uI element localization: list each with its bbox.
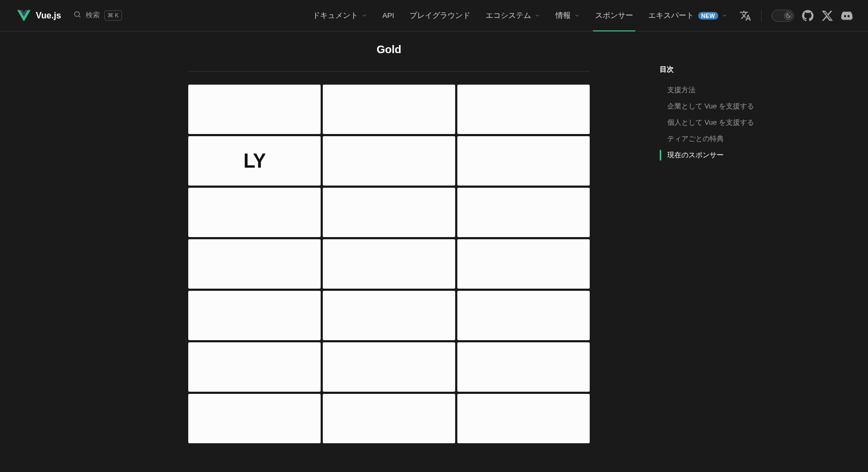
brand-link[interactable]: Vue.js bbox=[17, 9, 61, 22]
nav-item-label: プレイグラウンド bbox=[410, 11, 470, 21]
nav-item-4[interactable]: 情報 bbox=[549, 0, 586, 31]
badge-new: NEW bbox=[698, 12, 718, 20]
sponsor-card[interactable] bbox=[323, 188, 455, 237]
sponsor-card[interactable] bbox=[188, 85, 321, 134]
chevron-down-icon bbox=[722, 12, 727, 18]
nav-item-1[interactable]: API bbox=[376, 0, 401, 31]
outline-item[interactable]: ティアごとの特典 bbox=[660, 131, 828, 147]
outline-list: 支援方法企業として Vue を支援する個人として Vue を支援するティアごとの… bbox=[660, 82, 828, 163]
sponsor-card[interactable] bbox=[457, 394, 590, 443]
sponsor-card[interactable] bbox=[323, 291, 455, 340]
nav-item-label: 情報 bbox=[556, 11, 571, 21]
nav-item-5[interactable]: スポンサー bbox=[589, 0, 640, 31]
search-trigger[interactable]: 検索 ⌘ K bbox=[73, 10, 122, 20]
translate-icon[interactable] bbox=[739, 10, 751, 22]
outline-item[interactable]: 個人として Vue を支援する bbox=[660, 114, 828, 131]
x-twitter-icon[interactable] bbox=[821, 10, 833, 22]
outline-title: 目次 bbox=[660, 65, 828, 74]
github-icon[interactable] bbox=[802, 10, 814, 22]
chevron-down-icon bbox=[574, 12, 580, 18]
main-content: Gold LY bbox=[40, 31, 629, 472]
brand-name: Vue.js bbox=[36, 11, 61, 21]
nav-utilities bbox=[739, 9, 853, 22]
sponsor-card[interactable] bbox=[188, 291, 321, 340]
sponsor-logo: LY bbox=[244, 150, 266, 173]
sponsor-card[interactable] bbox=[323, 85, 455, 134]
top-navbar: Vue.js 検索 ⌘ K ドキュメントAPIプレイグラウンドエコシステム情報ス… bbox=[0, 0, 868, 31]
theme-toggle[interactable] bbox=[771, 10, 794, 22]
sponsor-card[interactable] bbox=[457, 136, 590, 186]
outline-item[interactable]: 現在のスポンサー bbox=[660, 147, 828, 163]
sponsor-card[interactable] bbox=[457, 342, 590, 392]
nav-item-label: API bbox=[382, 11, 394, 20]
svg-point-0 bbox=[74, 12, 79, 17]
nav-item-2[interactable]: プレイグラウンド bbox=[403, 0, 477, 31]
sponsor-card[interactable] bbox=[188, 394, 321, 443]
section-title-gold: Gold bbox=[376, 43, 401, 71]
sponsor-card[interactable] bbox=[457, 239, 590, 289]
nav-item-3[interactable]: エコシステム bbox=[479, 0, 547, 31]
theme-toggle-knob bbox=[784, 11, 793, 20]
sponsor-card[interactable] bbox=[457, 85, 590, 134]
nav-item-label: エコシステム bbox=[486, 11, 531, 21]
primary-nav: ドキュメントAPIプレイグラウンドエコシステム情報スポンサーエキスパートNEW bbox=[306, 0, 734, 31]
nav-item-0[interactable]: ドキュメント bbox=[306, 0, 374, 31]
sponsor-card[interactable] bbox=[188, 342, 321, 392]
sponsor-card[interactable] bbox=[323, 239, 455, 289]
section-divider bbox=[188, 71, 590, 72]
nav-item-label: ドキュメント bbox=[312, 11, 358, 21]
search-shortcut: ⌘ K bbox=[104, 10, 122, 20]
nav-divider bbox=[761, 9, 762, 22]
sponsor-card[interactable]: LY bbox=[188, 136, 321, 186]
sponsor-card[interactable] bbox=[188, 188, 321, 237]
discord-icon[interactable] bbox=[841, 10, 853, 22]
nav-item-6[interactable]: エキスパートNEW bbox=[642, 0, 734, 31]
sponsor-card[interactable] bbox=[457, 291, 590, 340]
content-wrap: Gold LY 目次 支援方法企業として Vue を支援する個人として Vue … bbox=[27, 31, 841, 472]
sponsor-card[interactable] bbox=[323, 136, 455, 186]
sponsor-card[interactable] bbox=[457, 188, 590, 237]
outline-item[interactable]: 支援方法 bbox=[660, 82, 828, 98]
nav-item-label: スポンサー bbox=[595, 11, 633, 21]
sponsor-card[interactable] bbox=[323, 394, 455, 443]
page-outline: 目次 支援方法企業として Vue を支援する個人として Vue を支援するティア… bbox=[660, 48, 828, 163]
search-label: 検索 bbox=[86, 10, 100, 20]
sponsor-grid-gold: LY bbox=[188, 85, 590, 443]
sponsor-card[interactable] bbox=[188, 239, 321, 289]
search-icon bbox=[73, 10, 81, 20]
chevron-down-icon bbox=[361, 12, 367, 18]
sponsor-card[interactable] bbox=[323, 342, 455, 392]
nav-item-label: エキスパート bbox=[648, 11, 694, 21]
vue-logo-icon bbox=[17, 9, 30, 22]
outline-item[interactable]: 企業として Vue を支援する bbox=[660, 98, 828, 114]
chevron-down-icon bbox=[534, 12, 540, 18]
